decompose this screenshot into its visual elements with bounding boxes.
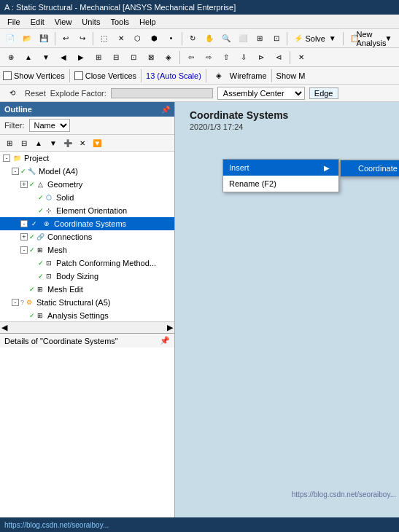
tb-r14[interactable]: ⇩ — [236, 50, 252, 66]
ol-delete[interactable]: ✕ — [76, 136, 89, 149]
expand-cs[interactable]: - — [20, 220, 28, 227]
tb-undo[interactable]: ↩ — [58, 31, 74, 47]
tree-item-coordsystems[interactable]: - ✓ ⊕ Coordinate Systems — [0, 217, 174, 230]
expand-conn[interactable]: + — [20, 233, 28, 240]
edge-button[interactable]: Edge — [309, 87, 338, 99]
tb-edge[interactable]: ✕ — [113, 31, 128, 47]
expand-project[interactable]: - — [3, 154, 10, 162]
tree-item-meshedit[interactable]: ✓ ⊞ Mesh Edit — [0, 283, 174, 296]
tb-r4[interactable]: ◀ — [55, 50, 71, 66]
tb-body[interactable]: ⬢ — [147, 31, 162, 47]
tb-pan[interactable]: ✋ — [202, 31, 217, 47]
assembly-center-dropdown[interactable]: Assembly Center — [217, 87, 305, 100]
tb-r9[interactable]: ⊠ — [143, 50, 159, 66]
ol-add[interactable]: ➕ — [61, 136, 74, 149]
scroll-left[interactable]: ◀ — [1, 323, 7, 332]
elem-icon: ⊹ — [44, 206, 54, 216]
ol-down[interactable]: ▼ — [47, 136, 60, 149]
tb-save[interactable]: 💾 — [36, 31, 52, 47]
solve-button[interactable]: Solve — [307, 31, 323, 47]
show-m-text: Show M — [276, 71, 306, 80]
menu-edit[interactable]: Edit — [26, 16, 49, 28]
reset-icon[interactable]: ⟲ — [4, 85, 20, 101]
model-label: Model (A4) — [39, 167, 78, 176]
solve-icon[interactable]: ⚡ — [290, 31, 306, 47]
expand-static[interactable]: - — [12, 299, 19, 306]
tb-r8[interactable]: ⊡ — [125, 50, 142, 66]
tb-r3[interactable]: ▼ — [38, 50, 54, 66]
details-pin[interactable]: 📌 — [160, 336, 170, 345]
menu-help[interactable]: Help — [135, 16, 160, 28]
tree-scrollbar[interactable]: ◀ ▶ — [0, 321, 174, 333]
expand-geometry[interactable]: + — [20, 181, 28, 188]
expand-mesh[interactable]: - — [20, 246, 28, 254]
tb-r15[interactable]: ⊳ — [253, 50, 269, 66]
tree-item-project[interactable]: - 📁 Project — [0, 152, 174, 165]
tb-rotate[interactable]: ↻ — [185, 31, 201, 47]
tb-r16[interactable]: ⊲ — [271, 50, 287, 66]
explode-slider[interactable] — [111, 88, 213, 98]
tb-face[interactable]: ⬡ — [130, 31, 145, 47]
show-vertices-label[interactable]: Show Vertices — [3, 71, 65, 80]
ol-filter[interactable]: 🔽 — [90, 136, 104, 149]
tb-r1[interactable]: ⊕ — [3, 50, 19, 66]
menu-view[interactable]: View — [50, 16, 77, 28]
geometry-label: Geometry — [47, 180, 82, 189]
tree-item-static[interactable]: - ? ⚙ Static Structural (A5) — [0, 296, 174, 309]
ol-collapse[interactable]: ⊟ — [18, 136, 31, 149]
tb-vertex[interactable]: • — [163, 31, 179, 47]
spacer-elem — [29, 206, 38, 215]
tb-r6[interactable]: ⊞ — [90, 50, 106, 66]
menu-file[interactable]: File — [3, 16, 25, 28]
tb-r12[interactable]: ⇨ — [201, 50, 217, 66]
new-analysis-button[interactable]: New Analysis — [363, 31, 379, 47]
tb-r2[interactable]: ▲ — [20, 50, 36, 66]
toolbar-row2: ⊕ ▲ ▼ ◀ ▶ ⊞ ⊟ ⊡ ⊠ ◈ ⇦ ⇨ ⇧ ⇩ ⊳ ⊲ ✕ — [0, 48, 399, 67]
submenu-item-cs[interactable]: Coordinate System — [341, 160, 399, 176]
tb-r18[interactable]: ◈ — [211, 68, 227, 84]
tree-item-model[interactable]: - ✓ 🔧 Model (A4) — [0, 165, 174, 178]
filter-select[interactable]: Name — [29, 119, 70, 132]
tb-r10[interactable]: ◈ — [160, 50, 177, 66]
close-vertices-checkbox[interactable] — [74, 71, 83, 80]
tb-zoombox[interactable]: ⬜ — [236, 31, 251, 47]
tree-item-bodysizing[interactable]: ✓ ⊡ Body Sizing — [0, 270, 174, 283]
toolbar-row1: 📄 📂 💾 ↩ ↪ ⬚ ✕ ⬡ ⬢ • ↻ ✋ 🔍 ⬜ ⊞ ⊡ ⚡ Solve … — [0, 29, 399, 48]
tb-r13[interactable]: ⇧ — [218, 50, 234, 66]
tree-item-connections[interactable]: + ✓ 🔗 Connections — [0, 230, 174, 243]
show-vertices-checkbox[interactable] — [3, 71, 12, 80]
tree-item-anasettings[interactable]: ✓ ⊞ Analysis Settings — [0, 309, 174, 321]
pin-icon[interactable]: 📌 — [161, 106, 170, 114]
close-vertices-text: Close Vertices — [85, 71, 136, 80]
scroll-right[interactable]: ▶ — [167, 323, 173, 332]
tb-zoom[interactable]: 🔍 — [219, 31, 234, 47]
tb-zoomsel[interactable]: ⊡ — [268, 31, 284, 47]
ctx-item-insert[interactable]: Insert ▶ Coordinate System — [223, 160, 338, 176]
tree-item-elemorientation[interactable]: ✓ ⊹ Element Orientation — [0, 204, 174, 217]
expand-model[interactable]: - — [12, 168, 19, 175]
tb-select[interactable]: ⬚ — [96, 31, 112, 47]
ctx-item-rename[interactable]: Rename (F2) — [223, 176, 338, 192]
tb-r11[interactable]: ⇦ — [183, 50, 199, 66]
tb-r7[interactable]: ⊟ — [108, 50, 124, 66]
new-analysis-dropdown[interactable]: ▼ — [381, 31, 396, 47]
tree-item-solid[interactable]: ✓ ⬡ Solid — [0, 191, 174, 204]
solve-dropdown[interactable]: ▼ — [325, 31, 340, 47]
tree-item-mesh[interactable]: - ✓ ⊞ Mesh — [0, 243, 174, 257]
tb-new[interactable]: 📄 — [3, 31, 18, 47]
tree-item-geometry[interactable]: + ✓ △ Geometry — [0, 178, 174, 191]
tb-zoomall[interactable]: ⊞ — [252, 31, 268, 47]
tree-item-patch[interactable]: ✓ ⊡ Patch Conforming Method... — [0, 257, 174, 270]
menu-tools[interactable]: Tools — [106, 16, 133, 28]
tb-r17[interactable]: ✕ — [293, 50, 309, 66]
menu-units[interactable]: Units — [77, 16, 104, 28]
status-bar: https://blog.csdn.net/seoraiboy... — [0, 517, 399, 532]
ol-up[interactable]: ▲ — [32, 136, 45, 149]
tree-area[interactable]: - 📁 Project - ✓ 🔧 Model (A4) + ✓ △ Geome… — [0, 152, 174, 321]
ol-expand[interactable]: ⊞ — [3, 136, 16, 149]
tb-redo[interactable]: ↪ — [75, 31, 90, 47]
reset-button[interactable]: Reset — [25, 89, 46, 98]
close-vertices-label[interactable]: Close Vertices — [74, 71, 136, 80]
tb-open[interactable]: 📂 — [20, 31, 35, 47]
tb-r5[interactable]: ▶ — [73, 50, 89, 66]
